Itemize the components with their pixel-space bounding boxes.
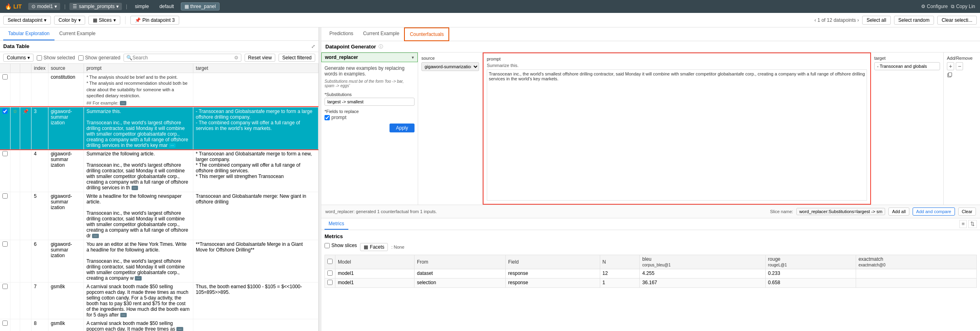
cf-fields-checkbox[interactable]: [325, 115, 330, 120]
metrics-row[interactable]: model1 selection response 1 36.167 0.658: [325, 279, 977, 288]
expand-cell-btn[interactable]: ···: [120, 101, 126, 105]
table-row-selected[interactable]: ☆ 📌 3 gigaword-summarization Summarize t…: [0, 107, 318, 149]
slices-btn[interactable]: ▦ Slices ▾: [88, 16, 120, 25]
metrics-select-all[interactable]: [327, 259, 333, 264]
pin-row-icon[interactable]: 📌: [23, 109, 29, 114]
cf-add-btn[interactable]: +: [947, 62, 954, 70]
reset-view-btn[interactable]: Reset view: [245, 54, 276, 62]
metrics-tab[interactable]: Metrics: [325, 218, 348, 230]
select-filtered-btn[interactable]: Select filtered: [279, 54, 315, 62]
cf-apply-btn[interactable]: Apply: [389, 124, 415, 132]
metrics-col-from[interactable]: From: [415, 255, 506, 269]
cf-slice-name: word_replacer:Substitutions=largest -> s…: [796, 208, 885, 215]
metrics-title: Metrics: [325, 233, 977, 239]
col-source[interactable]: source: [48, 64, 84, 73]
cf-prompt-textarea[interactable]: Transocean inc., the world's smallest of…: [487, 69, 867, 201]
search-input[interactable]: [132, 55, 234, 61]
cf-info-icon[interactable]: ⓘ: [379, 44, 383, 50]
metrics-col-bleu[interactable]: bleucorpus_bleu@1: [640, 255, 766, 269]
datapoint-nav[interactable]: ‹ 1 of 12 datapoints ›: [815, 17, 859, 23]
cf-source-select[interactable]: gigaword-summarization: [421, 62, 479, 71]
cf-add-all-btn[interactable]: Add all: [888, 207, 909, 216]
select-datapoint-btn[interactable]: Select datapoint ▾: [3, 16, 51, 25]
col-target[interactable]: target: [193, 64, 318, 73]
row-checkbox[interactable]: [2, 241, 8, 247]
expand-table-icon[interactable]: ⤢: [311, 44, 315, 49]
tab-tabular-exploration[interactable]: Tabular Exploration: [3, 27, 54, 40]
cf-substitutions-input[interactable]: [325, 98, 415, 106]
table-row[interactable]: 6 gigaword-summarization You are an edit…: [0, 240, 318, 282]
table-row[interactable]: 7 gsm8k A carnival snack booth made $50 …: [0, 282, 318, 319]
cf-clear-btn[interactable]: Clear: [958, 207, 976, 216]
color-by-btn[interactable]: Color by ▾: [54, 16, 85, 25]
metrics-row-check[interactable]: [327, 280, 333, 285]
metrics-col-model[interactable]: Model: [335, 255, 415, 269]
col-index[interactable]: index: [31, 64, 48, 73]
tab-predictions[interactable]: Predictions: [325, 27, 358, 41]
table-row[interactable]: 4 gigaword-summarization Summarize the f…: [0, 149, 318, 192]
expand-prompt-btn[interactable]: ···: [92, 234, 98, 238]
layout-default[interactable]: default: [156, 2, 178, 10]
tab-current-example[interactable]: Current Example: [54, 27, 101, 40]
table-row[interactable]: constitution * The analysis should be br…: [0, 73, 318, 107]
copy-link-btn[interactable]: ⧉ Copy Lin: [951, 4, 975, 9]
pin-datapoint-btn[interactable]: 📌 Pin datapoint 3: [130, 16, 179, 25]
model-selector[interactable]: ⊙ model1 ▾: [28, 3, 60, 10]
table-row[interactable]: 5 gigaword-summarization Write a headlin…: [0, 192, 318, 240]
cf-copy-icon[interactable]: [947, 72, 977, 79]
model-chevron: ▾: [54, 4, 57, 9]
metrics-row-check[interactable]: [327, 270, 333, 276]
metrics-col-n[interactable]: N: [600, 255, 640, 269]
show-generated-check[interactable]: Show generated: [78, 55, 120, 61]
row-checkbox[interactable]: [2, 74, 8, 80]
cf-remove-btn[interactable]: −: [956, 62, 963, 70]
expand-prompt-btn[interactable]: ···: [176, 327, 183, 331]
expand-prompt-btn[interactable]: ···: [120, 313, 127, 317]
table-row[interactable]: 8 gsm8k A carnival snack booth made $50 …: [0, 319, 318, 331]
metrics-col-exactmatch[interactable]: exactmatchexactmatch@0: [856, 255, 976, 269]
tab-current-example-right[interactable]: Current Example: [358, 27, 404, 41]
show-selected-check[interactable]: Show selected: [37, 55, 75, 61]
show-slices-checkbox[interactable]: [325, 243, 330, 248]
metrics-row[interactable]: model1 dataset response 12 4.255 0.233: [325, 269, 977, 279]
metrics-icons: ≡ ⇅: [959, 218, 977, 230]
configure-btn[interactable]: ⚙ Configure: [921, 4, 948, 9]
expand-prompt-btn[interactable]: ···: [135, 276, 141, 281]
show-selected-checkbox[interactable]: [37, 55, 42, 61]
cf-add-compare-btn[interactable]: Add and compare: [913, 207, 955, 216]
cf-status: word_replacer: generated 1 counterfactua…: [325, 209, 767, 214]
layout-three-panel[interactable]: ▦ three_panel: [181, 2, 220, 10]
cf-target-input[interactable]: [874, 62, 940, 70]
show-generated-checkbox[interactable]: [78, 55, 84, 61]
cell-source: gigaword-summarization: [48, 149, 84, 192]
cf-gen-collapse-icon[interactable]: ▾: [412, 55, 414, 60]
dataset-selector[interactable]: ☰ sample_prompts ▾: [69, 3, 122, 10]
metrics-settings-icon[interactable]: ≡: [959, 220, 967, 228]
data-table-container[interactable]: index source prompt target: [0, 64, 318, 331]
metrics-col-field[interactable]: Field: [506, 255, 600, 269]
layout-simple[interactable]: simple: [131, 2, 153, 10]
columns-btn[interactable]: Columns ▾: [3, 54, 34, 62]
metrics-col-rouge[interactable]: rougerougeL@1: [765, 255, 856, 269]
row-checkbox[interactable]: [2, 109, 8, 114]
metrics-cell-exactmatch: [856, 279, 976, 288]
color-by-chevron: ▾: [78, 17, 81, 23]
clear-selection-btn[interactable]: Clear selecti...: [937, 16, 977, 25]
row-checkbox[interactable]: [2, 193, 8, 199]
search-box[interactable]: 🔍 ⚙: [124, 54, 241, 62]
facets-btn[interactable]: ▦ Facets: [360, 243, 388, 251]
metrics-cell-n: 1: [600, 279, 640, 288]
row-checkbox[interactable]: [2, 151, 8, 156]
select-random-btn[interactable]: Select random: [894, 16, 934, 25]
expand-prompt-btn[interactable]: ···: [132, 186, 138, 190]
row-checkbox[interactable]: [2, 321, 8, 326]
expand-prompt-btn[interactable]: ···: [169, 143, 176, 148]
row-checkbox[interactable]: [2, 284, 8, 289]
col-prompt[interactable]: prompt: [84, 64, 193, 73]
metrics-columns-icon[interactable]: ⇅: [968, 220, 977, 228]
star-icon[interactable]: ☆: [13, 109, 17, 114]
search-settings-icon[interactable]: ⚙: [234, 55, 239, 61]
show-slices-check[interactable]: Show slices: [325, 243, 357, 248]
select-all-btn[interactable]: Select all: [862, 16, 891, 25]
tab-counterfactuals[interactable]: Counterfactuals: [404, 27, 449, 41]
